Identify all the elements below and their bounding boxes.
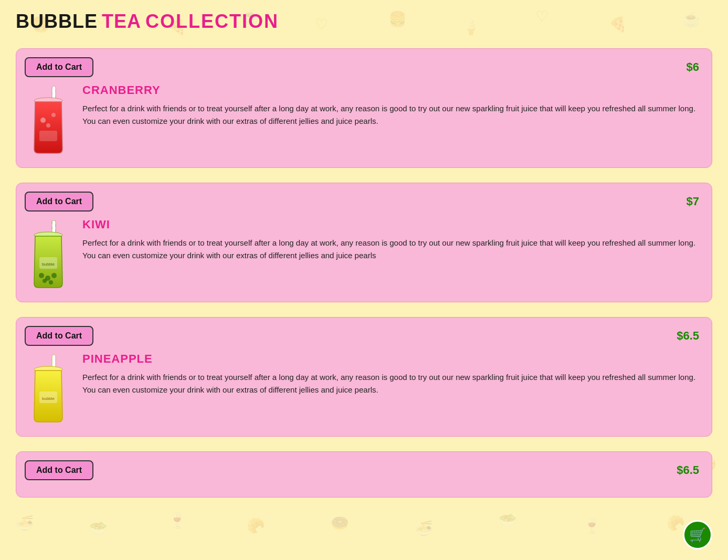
header-bubble-text: BUBBLE <box>16 10 98 33</box>
cart-icon: 🛒 <box>689 527 706 543</box>
product-card-kiwi: Add to Cart $7 <box>16 183 712 302</box>
product-description-kiwi: Perfect for a drink with friends or to t… <box>82 237 699 262</box>
svg-point-12 <box>51 273 57 278</box>
add-to-cart-button-cranberry[interactable]: Add to Cart <box>25 57 93 77</box>
svg-point-13 <box>43 279 47 283</box>
svg-point-14 <box>49 280 53 284</box>
add-to-cart-button-kiwi[interactable]: Add to Cart <box>25 192 93 212</box>
svg-text:bubble: bubble <box>42 262 55 267</box>
product-card-cranberry: Add to Cart $6 <box>16 48 712 168</box>
card-body-kiwi: bubble KIWI Perfect for a drink with fri… <box>25 218 699 291</box>
product-info-pineapple: PINEAPPLE Perfect for a drink with frien… <box>82 352 699 396</box>
price-pineapple: $6.5 <box>677 329 699 343</box>
header-collection-text: COLLECTION <box>145 10 279 33</box>
price-cranberry: $6 <box>687 60 699 74</box>
product-info-cranberry: CRANBERRY Perfect for a drink with frien… <box>82 83 699 128</box>
product-description-cranberry: Perfect for a drink with friends or to t… <box>82 102 699 128</box>
card-top-bar: Add to Cart $6 <box>25 57 699 77</box>
page-content: BUBBLE TEA COLLECTION Add to Cart $6 <box>0 0 728 523</box>
page-header: BUBBLE TEA COLLECTION <box>16 10 712 33</box>
add-to-cart-button-fourth[interactable]: Add to Cart <box>25 460 93 480</box>
svg-point-10 <box>39 273 44 278</box>
drink-image-kiwi: bubble <box>25 218 72 291</box>
card-body-pineapple: bubble PINEAPPLE Perfect for a drink wit… <box>25 352 699 426</box>
product-card-pineapple: Add to Cart $6.5 bubble <box>16 317 712 437</box>
price-fourth: $6.5 <box>677 463 699 477</box>
product-name-pineapple: PINEAPPLE <box>82 352 699 366</box>
product-card-fourth: Add to Cart $6.5 <box>16 451 712 498</box>
price-kiwi: $7 <box>687 195 699 208</box>
svg-point-4 <box>51 113 56 117</box>
product-name-cranberry: CRANBERRY <box>82 83 699 97</box>
drink-image-cranberry <box>25 83 72 157</box>
product-description-pineapple: Perfect for a drink with friends or to t… <box>82 371 699 396</box>
product-info-kiwi: KIWI Perfect for a drink with friends or… <box>82 218 699 262</box>
drink-image-pineapple: bubble <box>25 352 72 426</box>
svg-rect-6 <box>39 131 57 141</box>
svg-text:bubble: bubble <box>42 396 55 401</box>
card-top-bar-kiwi: Add to Cart $7 <box>25 192 699 212</box>
cart-float-button[interactable]: 🛒 <box>683 520 712 550</box>
header-tea-text: TEA <box>102 10 141 33</box>
svg-point-3 <box>40 118 46 123</box>
svg-point-5 <box>46 123 50 128</box>
card-top-bar-fourth: Add to Cart $6.5 <box>25 460 699 480</box>
card-top-bar-pineapple: Add to Cart $6.5 <box>25 326 699 346</box>
card-body-cranberry: CRANBERRY Perfect for a drink with frien… <box>25 83 699 157</box>
add-to-cart-button-pineapple[interactable]: Add to Cart <box>25 326 93 346</box>
product-name-kiwi: KIWI <box>82 218 699 231</box>
